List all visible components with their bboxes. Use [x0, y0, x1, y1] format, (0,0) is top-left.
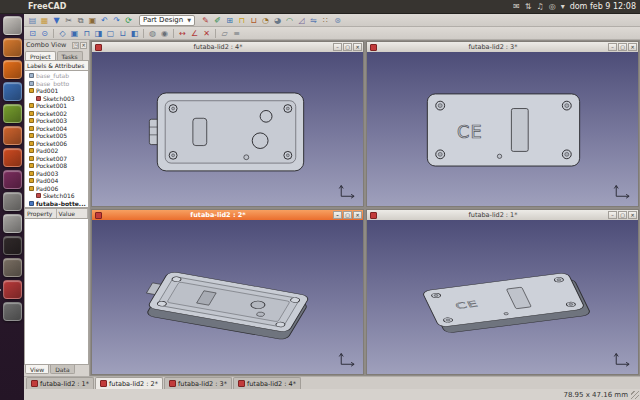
part-futaba-lid-top-view[interactable] — [149, 93, 303, 171]
pocket-button[interactable]: ⊔ — [248, 15, 259, 26]
fit-selection-button[interactable]: ⊙ — [39, 28, 50, 39]
sound-indicator-icon[interactable]: ♫ — [536, 0, 543, 14]
maximize-button[interactable]: ▢ — [343, 43, 352, 51]
viewport-canvas[interactable] — [92, 220, 363, 374]
window-titlebar[interactable]: futaba-lid2 : 4* – ▢ ✕ — [92, 42, 363, 52]
tree-item[interactable]: Pad004 — [26, 177, 88, 185]
part-futaba-lid-iso-outside[interactable]: CE — [422, 272, 592, 334]
refresh-button[interactable]: ⟳ — [123, 15, 134, 26]
terminal-icon[interactable] — [3, 236, 22, 255]
revolution-button[interactable]: ◔ — [260, 15, 271, 26]
chamfer-button[interactable]: ◿ — [296, 15, 307, 26]
tree-item[interactable]: Pad001 — [26, 87, 88, 95]
libreoffice-writer-icon[interactable] — [3, 82, 22, 101]
tree-item[interactable]: Pocket007 — [26, 155, 88, 163]
mirrored-button[interactable]: ⇋ — [308, 15, 319, 26]
document-tab[interactable]: futaba-lid2 : 4* — [233, 377, 301, 389]
viewport-canvas[interactable] — [92, 52, 363, 206]
maximize-button[interactable]: ▢ — [343, 211, 352, 219]
resize-grip[interactable] — [631, 391, 639, 399]
gimp-icon[interactable] — [3, 258, 22, 277]
edit-sketch-button[interactable]: ✐ — [212, 15, 223, 26]
cut-button[interactable]: ✂ — [63, 15, 74, 26]
tree-item[interactable]: futaba-botte... — [26, 200, 88, 208]
tree-item[interactable]: base_futab — [26, 72, 88, 80]
minimize-button[interactable]: – — [333, 211, 342, 219]
close-button[interactable]: ✕ — [353, 43, 362, 51]
tree-item[interactable]: Sketch003 — [26, 95, 88, 103]
network-indicator-icon[interactable]: ⇅ — [525, 0, 532, 14]
viewport-3d[interactable] — [92, 220, 363, 374]
rear-view-button[interactable]: ▢ — [105, 28, 116, 39]
firefox-icon[interactable] — [3, 60, 22, 79]
tree-item[interactable]: Pad002 — [26, 147, 88, 155]
document-tab[interactable]: futaba-lid2 : 1* — [26, 377, 94, 389]
tab-tasks[interactable]: Tasks — [57, 51, 83, 60]
session-indicator-icon[interactable]: ◎ — [549, 0, 556, 14]
fit-all-button[interactable]: ⊡ — [27, 28, 38, 39]
selection-view-button[interactable]: ≡ — [231, 28, 242, 39]
part-futaba-lid-bottom-view[interactable]: CE — [427, 94, 579, 166]
create-sketch-button[interactable]: ✎ — [200, 15, 211, 26]
fillet-button[interactable]: ◠ — [284, 15, 295, 26]
float-panel-button[interactable]: ◳ — [72, 42, 79, 49]
tree-item[interactable]: Pad006 — [26, 185, 88, 193]
document-tab[interactable]: futaba-lid2 : 2* — [95, 377, 163, 389]
tree-item[interactable]: Pocket008 — [26, 162, 88, 170]
tree-item[interactable]: Pocket004 — [26, 125, 88, 133]
box-selection-button[interactable]: ▱ — [219, 28, 230, 39]
paste-button[interactable]: ▣ — [87, 15, 98, 26]
copy-button[interactable]: ⧉ — [75, 15, 86, 26]
system-settings-icon[interactable] — [3, 192, 22, 211]
mail-indicator-icon[interactable]: ✉ — [513, 0, 520, 14]
combo-view-titlebar[interactable]: Combo View ◳ ✕ — [24, 40, 89, 50]
menu-chevron-icon[interactable]: ▾ — [561, 0, 565, 14]
trash-icon[interactable] — [3, 302, 22, 321]
redo-button[interactable]: ↷ — [111, 15, 122, 26]
save-document-button[interactable]: ▼ — [51, 15, 62, 26]
libreoffice-impress-icon[interactable] — [3, 126, 22, 145]
document-tab[interactable]: futaba-lid2 : 3* — [164, 377, 232, 389]
map-sketch-button[interactable]: ⊞ — [224, 15, 235, 26]
files-icon[interactable] — [3, 38, 22, 57]
undo-button[interactable]: ↶ — [99, 15, 110, 26]
viewport-canvas[interactable]: CE — [367, 52, 638, 206]
polar-pattern-button[interactable]: ⊛ — [332, 15, 343, 26]
front-view-button[interactable]: ▣ — [69, 28, 80, 39]
left-view-button[interactable]: ◧ — [129, 28, 140, 39]
minimize-button[interactable]: – — [608, 211, 617, 219]
toggle-visibility-button[interactable]: ◉ — [159, 28, 170, 39]
viewport-3d[interactable]: CE — [367, 220, 638, 374]
groove-button[interactable]: ◕ — [272, 15, 283, 26]
minimize-button[interactable]: – — [608, 43, 617, 51]
workbench-selector[interactable]: Part Design ▼ — [139, 15, 195, 26]
measure-distance-button[interactable]: ↔ — [177, 28, 188, 39]
clear-measurement-button[interactable]: ✕ — [201, 28, 212, 39]
new-document-button[interactable]: ▤ — [27, 15, 38, 26]
window-titlebar[interactable]: futaba-lid2 : 1* – ▢ ✕ — [367, 210, 638, 220]
window-titlebar[interactable]: futaba-lid2 : 2* – ▢ ✕ — [92, 210, 363, 220]
tree-item[interactable]: Pocket003 — [26, 117, 88, 125]
close-button[interactable]: ✕ — [628, 43, 637, 51]
dash-home-icon[interactable] — [3, 16, 22, 35]
viewport-3d[interactable]: CE — [367, 52, 638, 206]
close-panel-button[interactable]: ✕ — [80, 42, 87, 49]
clock[interactable]: dom feb 9 12:08 — [570, 2, 636, 11]
axonometric-view-button[interactable]: ◇ — [57, 28, 68, 39]
minimize-button[interactable]: – — [333, 43, 342, 51]
top-view-button[interactable]: ⊓ — [81, 28, 92, 39]
close-button[interactable]: ✕ — [628, 211, 637, 219]
maximize-button[interactable]: ▢ — [618, 43, 627, 51]
ubuntu-software-icon[interactable] — [3, 148, 22, 167]
tree-item[interactable]: Pad003 — [26, 170, 88, 178]
pad-button[interactable]: ⊓ — [236, 15, 247, 26]
viewport-canvas[interactable]: CE — [367, 220, 638, 374]
property-editor[interactable] — [24, 219, 89, 365]
bottom-view-button[interactable]: ⊔ — [117, 28, 128, 39]
tree-item[interactable]: Pocket006 — [26, 140, 88, 148]
maximize-button[interactable]: ▢ — [618, 211, 627, 219]
ubuntu-one-icon[interactable] — [3, 170, 22, 189]
viewport-3d[interactable] — [92, 52, 363, 206]
freecad-icon[interactable] — [3, 280, 22, 299]
gedit-icon[interactable] — [3, 214, 22, 233]
